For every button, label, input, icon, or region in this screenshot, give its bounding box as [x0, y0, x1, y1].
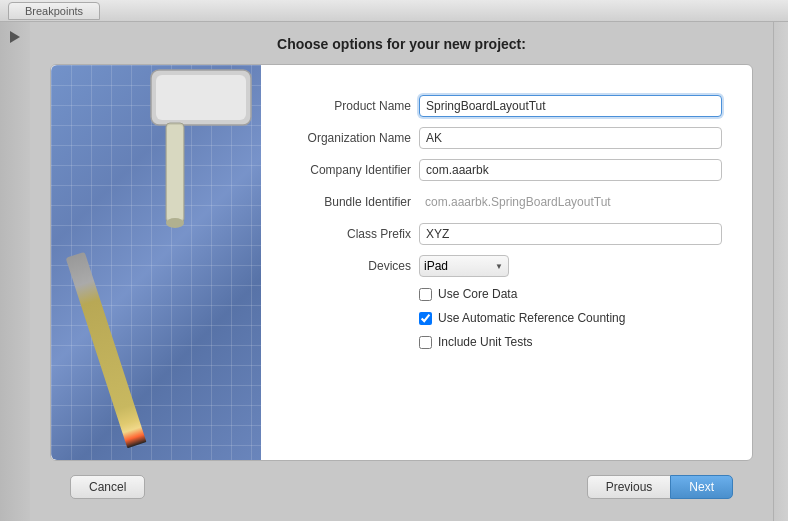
svg-rect-1: [156, 75, 246, 120]
bundle-id-row: Bundle Identifier com.aaarbk.SpringBoard…: [271, 191, 722, 213]
company-id-input[interactable]: [419, 159, 722, 181]
class-prefix-row: Class Prefix: [271, 223, 722, 245]
org-name-input[interactable]: [419, 127, 722, 149]
org-name-row: Organization Name: [271, 127, 722, 149]
use-arc-checkbox[interactable]: [419, 312, 432, 325]
blueprint-background: [51, 65, 261, 460]
use-arc-label[interactable]: Use Automatic Reference Counting: [438, 311, 625, 325]
svg-rect-3: [167, 125, 183, 220]
bundle-id-label: Bundle Identifier: [271, 195, 411, 209]
use-arc-row: Use Automatic Reference Counting: [419, 311, 722, 325]
next-button[interactable]: Next: [670, 475, 733, 499]
button-bar: Cancel Previous Next: [50, 467, 753, 507]
devices-row: Devices iPhone iPad Universal: [271, 255, 722, 277]
bundle-id-value: com.aaarbk.SpringBoardLayoutTut: [419, 193, 722, 211]
org-name-label: Organization Name: [271, 131, 411, 145]
class-prefix-input[interactable]: [419, 223, 722, 245]
include-unit-tests-checkbox[interactable]: [419, 336, 432, 349]
top-bar: Breakpoints: [0, 0, 788, 22]
company-id-row: Company Identifier: [271, 159, 722, 181]
left-panel: [0, 22, 30, 521]
hammer-icon: [81, 65, 261, 265]
product-name-label: Product Name: [271, 99, 411, 113]
devices-select[interactable]: iPhone iPad Universal: [419, 255, 509, 277]
use-core-data-label[interactable]: Use Core Data: [438, 287, 517, 301]
breakpoints-tab[interactable]: Breakpoints: [8, 2, 100, 20]
play-button[interactable]: [8, 30, 22, 44]
dialog-title: Choose options for your new project:: [277, 36, 526, 52]
use-core-data-row: Use Core Data: [419, 287, 722, 301]
include-unit-tests-label[interactable]: Include Unit Tests: [438, 335, 533, 349]
form-spacer: [271, 359, 722, 440]
right-scrollbar[interactable]: [773, 22, 788, 521]
previous-button[interactable]: Previous: [587, 475, 671, 499]
product-name-row: Product Name: [271, 95, 722, 117]
company-id-label: Company Identifier: [271, 163, 411, 177]
nav-buttons: Previous Next: [587, 475, 733, 499]
include-unit-tests-row: Include Unit Tests: [419, 335, 722, 349]
tab-area: Breakpoints: [8, 2, 100, 20]
main-content: Choose options for your new project:: [30, 22, 773, 521]
form-area: Product Name Organization Name Company I…: [251, 65, 752, 460]
dialog-box: Product Name Organization Name Company I…: [50, 64, 753, 461]
svg-point-4: [166, 218, 184, 228]
product-name-input[interactable]: [419, 95, 722, 117]
devices-select-wrapper[interactable]: iPhone iPad Universal: [419, 255, 509, 277]
class-prefix-label: Class Prefix: [271, 227, 411, 241]
use-core-data-checkbox[interactable]: [419, 288, 432, 301]
devices-label: Devices: [271, 259, 411, 273]
cancel-button[interactable]: Cancel: [70, 475, 145, 499]
